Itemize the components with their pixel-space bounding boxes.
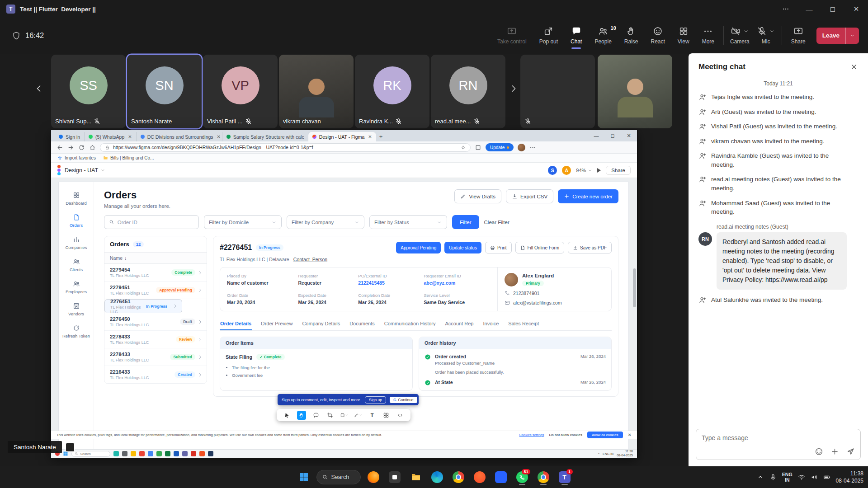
tab-communication-history[interactable]: Communication History [384, 318, 436, 330]
participant-tile-active-speaker[interactable]: SN Santosh Narate [127, 55, 202, 128]
tab-sales-receipt[interactable]: Sales Receipt [508, 318, 539, 330]
tab-order-details[interactable]: Order Details [220, 318, 252, 330]
react-button[interactable]: React [645, 18, 671, 53]
figma-logo-icon[interactable] [57, 165, 61, 175]
pop-out-button[interactable]: Pop out [533, 18, 564, 53]
contact-email[interactable]: alex@vstatefilings.com [505, 300, 604, 305]
tab-account-rep[interactable]: Account Rep [445, 318, 474, 330]
window-more-icon[interactable] [774, 0, 797, 18]
order-row[interactable]: 2279451TL Flex Holdings LLC Approval Pen… [104, 282, 207, 299]
browser-profile-avatar[interactable] [518, 144, 525, 151]
tray-chevron-icon[interactable]: ^ [598, 452, 599, 455]
home-icon[interactable] [89, 144, 96, 151]
sort-descending-icon[interactable]: ↓ [124, 255, 127, 261]
volume-icon[interactable] [811, 474, 818, 481]
forward-icon[interactable] [67, 144, 74, 151]
canvas-scrollbar[interactable] [633, 268, 636, 307]
order-row[interactable]: 2278433TL Flex Holdings LLC Review [104, 331, 207, 348]
sidebar-item-clients[interactable]: Clients [59, 254, 94, 276]
participant-tile[interactable]: vikram chavan [279, 55, 354, 128]
browser-tab[interactable]: Sample Salary Structure with calc✕ [222, 132, 308, 141]
tab-order-preview[interactable]: Order Preview [260, 318, 293, 330]
shared-taskbar-search[interactable]: Search [71, 451, 110, 457]
collaborator-avatar[interactable]: S [548, 166, 557, 175]
tab-close-icon[interactable]: ✕ [128, 134, 132, 139]
column-header-name[interactable]: Name [110, 255, 123, 261]
message-bubble[interactable]: Redberyl and Santosh added read.ai meeti… [717, 232, 847, 290]
language-indicator[interactable]: ENG IN [782, 472, 793, 483]
back-icon[interactable] [57, 144, 63, 151]
address-bar[interactable]: https://www.figma.com/design/9BKQ0FOHRWa… [100, 143, 471, 152]
sidebar-item-companies[interactable]: Companies [59, 232, 94, 254]
sidebar-item-orders[interactable]: Orders [59, 210, 94, 232]
mic-off-icon[interactable] [757, 26, 767, 36]
maximize-button[interactable]: ◻ [821, 0, 844, 18]
firefox-icon[interactable] [365, 469, 382, 486]
mic-tray-icon[interactable] [769, 474, 777, 481]
taskbar-app-icon[interactable] [208, 451, 213, 456]
sidebar-item-dashboard[interactable]: Dashboard [59, 188, 94, 210]
order-row[interactable]: 2276450TL Flex Holdings LLC Draft [104, 313, 207, 331]
blue-app-icon[interactable] [492, 469, 509, 486]
more-button[interactable]: More [696, 18, 721, 53]
filter-status-select[interactable]: Filter by Status [369, 215, 447, 229]
minimize-button[interactable]: ― [797, 0, 821, 18]
leave-chevron-icon[interactable] [845, 28, 859, 44]
spotlight-video-tile[interactable] [598, 55, 672, 128]
order-id-search[interactable] [104, 215, 199, 229]
browser-menu-icon[interactable] [529, 144, 536, 151]
figma-share-button[interactable]: Share [606, 166, 631, 175]
battery-icon[interactable] [823, 474, 830, 481]
emoji-icon[interactable] [815, 447, 823, 456]
present-icon[interactable] [597, 168, 601, 173]
shared-language-indicator[interactable]: ENG IN [603, 452, 613, 455]
taskbar-app-icon[interactable] [156, 451, 162, 456]
taskbar-app-icon[interactable] [191, 451, 196, 456]
scroll-participants-right-button[interactable] [508, 83, 519, 94]
taskbar-app-icon[interactable] [113, 451, 119, 456]
update-status-button[interactable]: Update status [444, 242, 481, 253]
google-continue-button[interactable]: G Continue [390, 397, 417, 403]
taskbar-search[interactable]: Search [316, 470, 361, 484]
widgets-tool-icon[interactable] [382, 411, 390, 419]
taskbar-clock[interactable]: 11:38 08-04-2025 [836, 470, 863, 484]
refresh-icon[interactable] [78, 144, 85, 151]
presenter-控件-icon[interactable] [66, 443, 75, 452]
approval-pending-button[interactable]: Approval Pending [396, 242, 441, 253]
tab-close-icon[interactable]: ✕ [368, 134, 372, 139]
taskbar-app-icon[interactable] [148, 451, 153, 456]
cookie-close-icon[interactable]: ✕ [628, 432, 632, 437]
wifi-icon[interactable] [798, 474, 805, 481]
zoom-control[interactable]: 94% [576, 168, 592, 173]
bookmark-star-icon[interactable] [461, 145, 466, 150]
browser-minimize-button[interactable]: ― [588, 133, 604, 139]
sidebar-item-refresh-token[interactable]: Refresh Token [59, 320, 94, 343]
contact-phone[interactable]: 2123874901 [505, 291, 604, 296]
file-explorer-icon[interactable] [407, 469, 425, 486]
share-button[interactable]: Share [785, 18, 812, 53]
filter-apply-button[interactable]: Filter [452, 215, 479, 229]
taskbar-app-icon[interactable] [182, 451, 188, 456]
contact-person-link[interactable]: Contact_Person [293, 257, 327, 262]
dark-app-icon[interactable] [386, 469, 403, 486]
chat-button[interactable]: Chat [564, 18, 588, 53]
mic-chevron-icon[interactable] [769, 28, 775, 34]
print-button[interactable]: Print [485, 242, 512, 253]
extensions-icon[interactable] [475, 144, 481, 151]
browser-tab[interactable]: DC Divisions and Surroundings✕ [137, 132, 222, 141]
taskbar-app-icon[interactable] [139, 451, 145, 456]
participant-tile[interactable] [520, 55, 595, 128]
save-as-pdf-button[interactable]: Save as PDF [568, 242, 612, 253]
new-tab-button[interactable]: + [376, 132, 386, 141]
scroll-participants-left-button[interactable] [33, 83, 44, 94]
browser-close-button[interactable]: ✕ [621, 133, 637, 139]
tab-invoice[interactable]: Invoice [482, 318, 499, 330]
create-new-order-button[interactable]: Create new order [558, 189, 618, 203]
raise-hand-button[interactable]: Raise [618, 18, 645, 53]
chat-message-list[interactable]: Today 11:21 Tejas Ingle was invited to t… [689, 76, 868, 424]
tray-chevron-icon[interactable] [757, 474, 764, 481]
taskbar-app-icon[interactable] [122, 451, 127, 456]
collaborator-avatar[interactable]: A [562, 166, 571, 175]
order-row[interactable]: 2216433TL Flex Holdings LLC Created [104, 366, 207, 384]
camera-off-icon[interactable] [731, 26, 741, 36]
